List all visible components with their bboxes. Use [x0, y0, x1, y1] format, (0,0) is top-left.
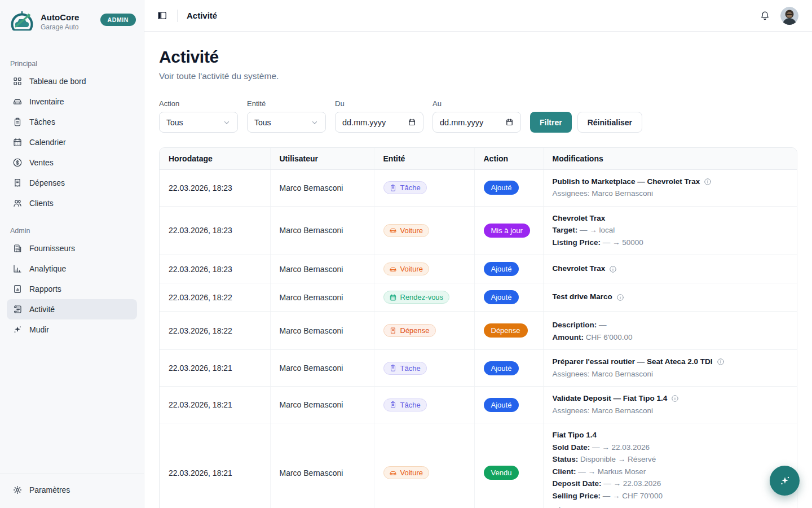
topbar: Activité: [144, 0, 812, 32]
assistant-fab-button[interactable]: [770, 466, 800, 496]
sidebar-item-label: Tâches: [29, 117, 55, 126]
modification-line: Listing Price: — → 50000: [553, 238, 788, 248]
sidebar-item-label: Mudir: [29, 325, 49, 334]
notifications-button[interactable]: [760, 10, 770, 21]
cell-modifications: Test drive Marco: [543, 283, 797, 312]
cell-timestamp: 22.03.2026, 18:21: [160, 423, 270, 508]
action-filter-select[interactable]: Tous: [159, 112, 238, 133]
table-row: 22.03.2026, 18:21 Marco Bernasconi Voitu…: [160, 423, 797, 508]
more-changes-link[interactable]: +4 more: [553, 505, 788, 508]
sidebar-item-inventaire[interactable]: Inventaire: [7, 91, 137, 112]
gear-icon: [12, 485, 23, 495]
clipboard-icon: [389, 401, 397, 409]
calendar-icon: [408, 118, 416, 126]
date-to-input[interactable]: dd.mm.yyyy: [433, 112, 521, 133]
column-header-horodatage: Horodatage: [160, 148, 270, 169]
info-icon[interactable]: [616, 294, 624, 301]
cell-modifications: Validate Deposit — Fiat Tipo 1.4Assignee…: [543, 387, 797, 423]
cell-action: Ajouté: [474, 350, 543, 387]
action-badge-vendu: Vendu: [484, 466, 519, 480]
cell-user: Marco Bernasconi: [270, 312, 374, 350]
scroll-icon: [12, 304, 23, 314]
column-header-utilisateur: Utilisateur: [270, 148, 374, 169]
filter-button[interactable]: Filtrer: [530, 112, 572, 133]
sidebar-item-depenses[interactable]: Dépenses: [7, 173, 137, 193]
car-icon: [389, 265, 397, 273]
entity-badge-tache: Tâche: [383, 181, 427, 194]
modification-line: Target: — → local: [553, 225, 788, 236]
sidebar-item-clients[interactable]: Clients: [7, 193, 137, 213]
sidebar-item-parametres[interactable]: Paramètres: [7, 480, 137, 500]
cell-timestamp: 22.03.2026, 18:22: [160, 283, 270, 312]
cell-user: Marco Bernasconi: [270, 387, 374, 423]
sidebar-item-analytique[interactable]: Analytique: [7, 259, 137, 279]
info-icon[interactable]: [671, 395, 679, 402]
sidebar-item-calendrier[interactable]: Calendrier: [7, 132, 137, 152]
info-icon[interactable]: [704, 178, 712, 186]
entity-badge-rdv: Rendez-vous: [383, 291, 450, 304]
cell-action: Ajouté: [474, 283, 543, 312]
info-icon[interactable]: [717, 358, 725, 366]
cell-user: Marco Bernasconi: [270, 206, 374, 255]
modification-line: Sold Date: — → 22.03.2026: [553, 443, 788, 453]
modification-title: Chevrolet Trax: [553, 213, 788, 224]
sparkles-icon: [12, 325, 23, 335]
sidebar-item-activite[interactable]: Activité: [7, 299, 137, 319]
users-icon: [12, 198, 23, 208]
modification-title: Préparer l'essai routier — Seat Ateca 2.…: [553, 357, 788, 367]
sidebar-item-mudir[interactable]: Mudir: [7, 319, 137, 340]
dollar-icon: [12, 157, 23, 168]
avatar[interactable]: [780, 7, 798, 25]
cell-action: Vendu: [474, 423, 543, 508]
cell-timestamp: 22.03.2026, 18:23: [160, 169, 270, 206]
sidebar-item-label: Tableau de bord: [29, 77, 86, 86]
sidebar-item-tableau-de-bord[interactable]: Tableau de bord: [7, 71, 137, 91]
action-badge-ajoute: Ajouté: [484, 398, 519, 412]
cell-modifications: Description: —Amount: CHF 6'000.00: [543, 312, 797, 350]
reset-button[interactable]: Réinitialiser: [577, 112, 642, 133]
sidebar-item-label: Fournisseurs: [29, 244, 75, 253]
filters-bar: Action Tous Entité Tous Du dd.mm.yyyy: [159, 99, 797, 133]
cell-user: Marco Bernasconi: [270, 283, 374, 312]
cell-timestamp: 22.03.2026, 18:21: [160, 387, 270, 423]
entity-filter-label: Entité: [247, 99, 326, 108]
action-badge-misajour: Mis à jour: [484, 224, 530, 238]
modification-line: Client: — → Markus Moser: [553, 467, 788, 478]
cell-timestamp: 22.03.2026, 18:23: [160, 255, 270, 283]
modification-line: Assignees: Marco Bernasconi: [553, 369, 788, 380]
modification-title: Fiat Tipo 1.4: [553, 430, 788, 441]
topbar-divider: [177, 10, 178, 22]
cell-entity: Rendez-vous: [374, 283, 474, 312]
sidebar-toggle-button[interactable]: [151, 5, 173, 27]
action-badge-ajoute: Ajouté: [484, 290, 519, 304]
entity-badge-voiture: Voiture: [383, 466, 429, 479]
sidebar-item-fournisseurs[interactable]: Fournisseurs: [7, 238, 137, 259]
car-icon: [389, 226, 397, 234]
info-icon[interactable]: [609, 265, 617, 273]
modification-line: Assignees: Marco Bernasconi: [553, 406, 788, 417]
date-from-input[interactable]: dd.mm.yyyy: [335, 112, 423, 133]
cell-entity: Tâche: [374, 387, 474, 423]
sidebar-item-label: Ventes: [29, 158, 54, 167]
cell-timestamp: 22.03.2026, 18:21: [160, 350, 270, 387]
cell-action: Ajouté: [474, 169, 543, 206]
action-filter-value: Tous: [166, 118, 183, 127]
column-header-modifications: Modifications: [543, 148, 797, 169]
cell-user: Marco Bernasconi: [270, 255, 374, 283]
modification-line: Description: —: [553, 320, 788, 331]
sidebar-item-taches[interactable]: Tâches: [7, 112, 137, 132]
calendar-icon: [505, 118, 514, 126]
modification-title: Publish to Marketplace — Chevrolet Trax: [553, 177, 788, 187]
table-row: 22.03.2026, 18:21 Marco Bernasconi Tâche…: [160, 387, 797, 423]
table-row: 22.03.2026, 18:21 Marco Bernasconi Tâche…: [160, 350, 797, 387]
chevron-down-icon: [311, 119, 319, 126]
autocore-logo-icon: [9, 9, 35, 35]
table-row: 22.03.2026, 18:22 Marco Bernasconi Rende…: [160, 283, 797, 312]
action-filter-label: Action: [159, 99, 238, 108]
admin-badge: ADMIN: [100, 14, 136, 26]
sidebar-item-rapports[interactable]: Rapports: [7, 279, 137, 299]
sidebar-item-ventes[interactable]: Ventes: [7, 152, 137, 173]
nav-section-label: Admin: [10, 227, 137, 235]
entity-filter-select[interactable]: Tous: [247, 112, 326, 133]
sidebar-nav: Principal Tableau de bord Inventaire Tâc…: [0, 35, 144, 474]
